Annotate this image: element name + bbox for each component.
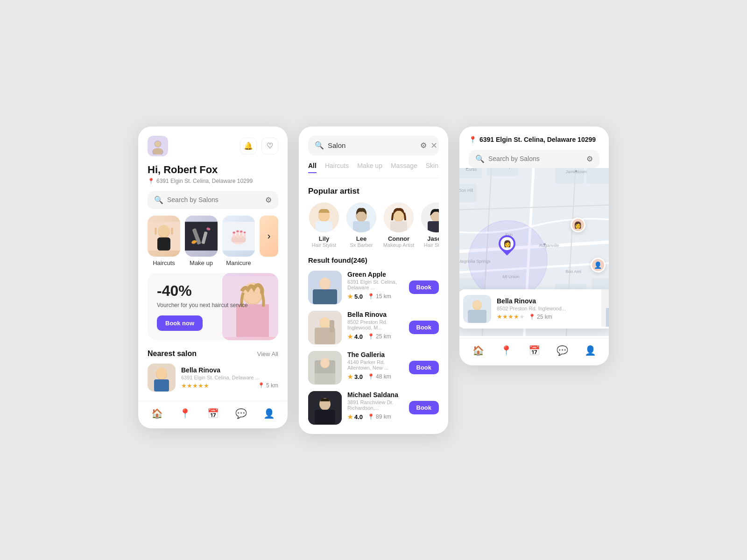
svg-rect-9	[171, 227, 173, 234]
partial-category: ›	[260, 216, 278, 257]
artist-lily[interactable]: Lily Hair Stylist	[308, 203, 340, 248]
popup-next-preview	[601, 289, 609, 329]
artist-jason-avatar	[421, 203, 439, 232]
map-avatar-pin-1[interactable]: 👩	[571, 217, 585, 232]
popular-title: Popular artist	[308, 187, 439, 196]
artist-lily-name: Lily	[308, 235, 340, 242]
screen-map: 📍 6391 Elgin St. Celina, Delaware 10299 …	[459, 126, 609, 365]
tab-massage[interactable]: Massage	[391, 162, 417, 173]
favorites-button[interactable]: ♡	[261, 138, 278, 154]
artist-lee[interactable]: Lee Sx Barber	[345, 203, 377, 248]
michael-name: Michael Saldana	[347, 391, 403, 399]
svg-text:Zion Hill: Zion Hill	[459, 188, 473, 192]
bella-thumbnail	[308, 311, 342, 344]
nav-home-s3[interactable]: 🏠	[472, 345, 484, 356]
tab-all[interactable]: All	[308, 162, 317, 173]
nearest-salon-card[interactable]: Bella Rinova 6391 Elgin St. Celina, Dela…	[148, 364, 278, 399]
bella-distance: 📍 25 km	[367, 333, 391, 340]
salon-list-item[interactable]: Bella Rinova 8502 Preston Rd. Inglewood,…	[308, 311, 439, 344]
svg-rect-66	[315, 410, 335, 425]
category-manicure[interactable]: Manicure	[222, 216, 255, 266]
michael-book-button[interactable]: Book	[409, 401, 439, 414]
artist-connor-name: Connor	[383, 235, 415, 242]
user-name: Hi, Robert Fox	[148, 164, 278, 176]
search-bar[interactable]: 🔍 ⚙	[148, 191, 278, 209]
nav-home[interactable]: 🏠	[151, 408, 163, 419]
nav-profile[interactable]: 👤	[263, 408, 275, 419]
galleria-distance: 📍 48 km	[367, 373, 391, 380]
category-tabs: All Haircuts Make up Massage Skin c...	[308, 162, 439, 178]
screen-search: 🔍 ⚙ ✕ All Haircuts Make up Massage Skin …	[299, 126, 448, 434]
nav-calendar-s3[interactable]: 📅	[529, 345, 540, 356]
nav-location-s3[interactable]: 📍	[500, 345, 512, 356]
bottom-nav: 🏠 📍 📅 💬 👤	[138, 401, 288, 428]
view-all-link[interactable]: View All	[257, 350, 278, 357]
svg-rect-101	[468, 310, 486, 323]
search-icon: 🔍	[154, 196, 163, 204]
notification-button[interactable]: 🔔	[240, 138, 257, 154]
search-input[interactable]	[167, 196, 261, 203]
galleria-book-button[interactable]: Book	[409, 361, 439, 374]
map-main-pin[interactable]: 👩	[499, 235, 515, 252]
nav-location[interactable]: 📍	[179, 408, 191, 419]
filter-icon-s3[interactable]: ⚙	[586, 154, 593, 163]
screen-home: 🔔 ♡ Hi, Robert Fox 📍 6391 Elgin St. Celi…	[138, 126, 288, 429]
salon-list-item[interactable]: Green Apple 6391 Elgin St. Celina, Delaw…	[308, 271, 439, 304]
search-input-2[interactable]	[328, 141, 416, 149]
svg-point-57	[320, 317, 330, 328]
svg-rect-25	[244, 231, 246, 233]
svg-point-98	[468, 220, 547, 299]
nearest-salon-title: Nearest salon	[148, 350, 197, 358]
svg-point-53	[320, 278, 330, 289]
svg-rect-78	[459, 183, 476, 202]
close-icon[interactable]: ✕	[430, 140, 437, 151]
filter-icon-2[interactable]: ⚙	[420, 141, 427, 150]
nav-profile-s3[interactable]: 👤	[585, 345, 596, 356]
salon-address: 6391 Elgin St. Celina, Delaware ...	[181, 375, 278, 380]
s3-search-bar[interactable]: 🔍 ⚙	[469, 150, 599, 168]
salon-list: Green Apple 6391 Elgin St. Celina, Delaw…	[308, 271, 439, 434]
green-apple-distance: 📍 15 km	[367, 293, 391, 300]
svg-rect-23	[236, 230, 239, 232]
bella-book-button[interactable]: Book	[409, 321, 439, 334]
map-avatar-pin-2[interactable]: 👤	[591, 258, 606, 273]
salon-thumbnail	[148, 364, 176, 392]
nav-calendar[interactable]: 📅	[207, 408, 219, 419]
nearest-salon-header: Nearest salon View All	[148, 350, 278, 358]
tab-makeup[interactable]: Make up	[357, 162, 382, 173]
category-makeup[interactable]: Make up	[185, 216, 218, 266]
svg-rect-40	[353, 221, 370, 232]
salon-list-item[interactable]: Michael Saldana 3891 Ranchview Dr. Richa…	[308, 391, 439, 425]
svg-point-2	[155, 141, 161, 147]
artist-jason[interactable]: Jason Hair Stylist	[420, 203, 439, 248]
salon-list-item[interactable]: The Galleria 4140 Parker Rd. Allentown, …	[308, 351, 439, 385]
s3-search-input[interactable]	[488, 155, 583, 162]
voucher-section: -40% Vourcher for you next haircut servi…	[148, 273, 278, 341]
popup-thumbnail	[463, 295, 491, 323]
search-icon-2: 🔍	[315, 141, 324, 150]
svg-rect-52	[313, 289, 337, 304]
tab-haircuts[interactable]: Haircuts	[325, 162, 349, 173]
svg-text:Bon Ami: Bon Ami	[566, 269, 582, 274]
green-apple-book-button[interactable]: Book	[409, 280, 439, 294]
svg-rect-58	[330, 320, 334, 332]
tab-skin[interactable]: Skin c...	[426, 162, 439, 173]
bella-rating: ★ 4.0	[347, 333, 363, 340]
salon-popup-card[interactable]: Bella Rinova 8502 Preston Rd. Inglewood.…	[459, 289, 609, 329]
galleria-thumbnail	[308, 351, 342, 385]
category-haircuts[interactable]: Haircuts	[148, 216, 180, 266]
filter-icon[interactable]: ⚙	[265, 196, 272, 204]
categories-grid: Haircuts Make up	[148, 216, 278, 266]
galleria-name: The Galleria	[347, 351, 403, 358]
s2-search-bar[interactable]: 🔍 ⚙ ✕	[308, 136, 439, 155]
svg-point-7	[158, 225, 169, 237]
nav-chat-s3[interactable]: 💬	[557, 345, 568, 356]
popup-distance: 📍 25 km	[529, 314, 552, 320]
book-now-button[interactable]: Book now	[157, 315, 203, 331]
artist-connor[interactable]: Connor Makeup Artist	[383, 203, 415, 248]
map-container[interactable]: Curtis Jasper Jamestown Zion Hill Erin R…	[459, 168, 609, 336]
nav-chat[interactable]: 💬	[235, 408, 247, 419]
green-apple-info: Green Apple 6391 Elgin St. Celina, Delaw…	[347, 271, 403, 300]
svg-point-96	[575, 170, 578, 172]
michael-info: Michael Saldana 3891 Ranchview Dr. Richa…	[347, 391, 403, 420]
